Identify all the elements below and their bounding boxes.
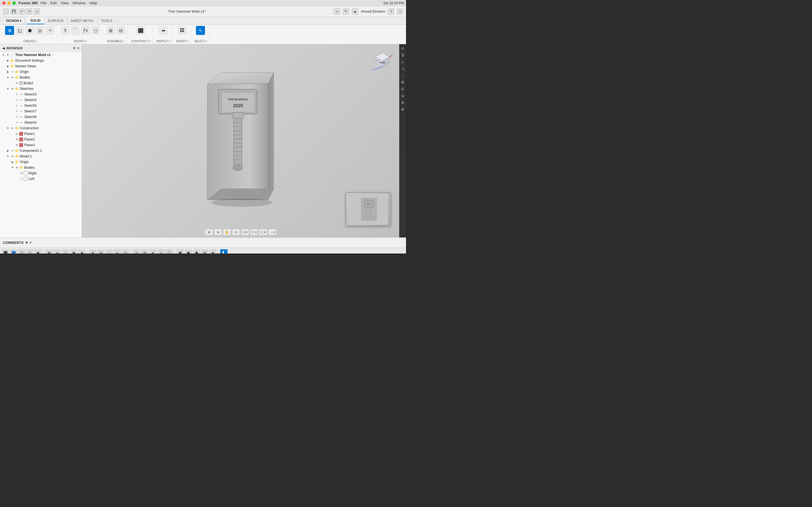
right-icon-3[interactable]: ▷ <box>400 59 406 65</box>
tree-item-plane1[interactable]: 👁 Plane1 <box>0 131 82 136</box>
menu-file[interactable]: File <box>41 1 47 5</box>
right-icon-5[interactable]: ↑ <box>400 72 406 78</box>
construct-label[interactable]: CONSTRUCT ▾ <box>131 40 151 43</box>
tree-item-sketch6[interactable]: 👁 ✏ Sketch6 <box>0 103 82 108</box>
tree-eye-sketch9[interactable]: 👁 <box>15 120 19 125</box>
tree-eye-left[interactable]: 👁 <box>19 177 24 181</box>
bottom-icon-16[interactable]: ◎ <box>133 249 140 254</box>
bottom-icon-14[interactable]: ▲ <box>114 249 121 254</box>
tab-sheet-metal[interactable]: SHEET METAL <box>67 18 98 24</box>
tree-item-construction[interactable]: ▼ 👁 📁 Construction <box>0 125 82 131</box>
right-icon-6[interactable]: ⊞ <box>400 79 406 86</box>
tab-solid[interactable]: SOLID <box>27 17 44 24</box>
joint-icon[interactable]: ⊞ <box>106 26 115 35</box>
bottom-icon-18[interactable]: ✦ <box>149 249 156 254</box>
modify-label[interactable]: MODIFY ▾ <box>74 40 87 43</box>
select-label[interactable]: SELECT ▾ <box>194 40 207 43</box>
tree-eye-sketch6[interactable]: 👁 <box>15 103 19 108</box>
tree-eye-sketch4[interactable]: 👁 <box>15 98 19 102</box>
bottom-icon-4[interactable]: ◻ <box>26 249 34 254</box>
bottom-icon-3[interactable]: ◱ <box>18 249 26 254</box>
bottom-icon-active[interactable]: ▌ <box>220 249 227 254</box>
browser-settings-icon[interactable]: ⚙ <box>73 46 76 50</box>
minimize-dot[interactable] <box>7 1 11 5</box>
bottom-icon-1[interactable]: ⬛ <box>2 249 9 254</box>
tree-eye-sketch8[interactable]: 👁 <box>15 115 19 119</box>
close-dot[interactable] <box>2 1 6 5</box>
zoom-fit-icon[interactable]: ⊙ <box>232 229 240 235</box>
bottom-icon-11[interactable]: ⊕ <box>89 249 96 254</box>
tree-item-right[interactable]: 👁 Right <box>0 170 82 176</box>
right-icon-1[interactable]: ⊙ <box>400 45 406 52</box>
bottom-icon-20[interactable]: ⬡ <box>165 249 173 254</box>
tree-eye-model-bodies[interactable]: 👁 <box>15 165 19 170</box>
snap-icon[interactable]: ⊕ <box>214 229 222 235</box>
tree-eye-right[interactable]: 👁 <box>19 171 24 175</box>
undo-button[interactable]: ↩ <box>18 8 25 15</box>
right-icon-8[interactable]: ◎ <box>400 93 406 99</box>
sweep-icon[interactable]: ≈ <box>46 26 55 35</box>
fx-icon[interactable]: ƒx <box>81 26 90 35</box>
bottom-icon-9[interactable]: ▣ <box>70 249 77 254</box>
tree-item-left[interactable]: 👁 Left <box>0 176 82 182</box>
tree-eye-bodies[interactable]: 👁 <box>10 75 15 80</box>
tree-item-model-bodies[interactable]: ▼ 👁 📁 Bodies <box>0 165 82 170</box>
close-tab-button[interactable]: × <box>397 8 403 15</box>
bottom-icon-24[interactable]: ⊠ <box>201 249 208 254</box>
tree-item-bodies[interactable]: ▼ 👁 📁 Bodies <box>0 75 82 80</box>
right-icon-10[interactable]: ⊕ <box>400 106 406 112</box>
tree-item-sketch8[interactable]: 👁 ✏ Sketch8 <box>0 114 82 120</box>
comments-section[interactable]: COMMENTS ⚙ ▾ <box>3 241 31 245</box>
more-icon[interactable]: … ▾ <box>268 229 276 235</box>
bottom-icon-21[interactable]: ⬟ <box>176 249 184 254</box>
bottom-icon-12[interactable]: ⊗ <box>97 249 105 254</box>
display-mode-icon[interactable]: ⬡ ▾ <box>250 229 258 235</box>
press-pull-icon[interactable]: ⇑ <box>61 26 70 35</box>
tree-item-plane3[interactable]: 👁 Plane3 <box>0 142 82 148</box>
create-form-icon[interactable]: ◱ <box>15 26 24 35</box>
extrude-icon[interactable]: ⬟ <box>26 26 35 35</box>
bottom-icon-13[interactable]: △ <box>105 249 113 254</box>
view-cube[interactable]: FRONT Z X <box>371 50 394 72</box>
tree-eye-plane3[interactable]: 👁 <box>15 143 19 147</box>
zoom-pct-icon[interactable]: ⊙ ▾ <box>241 229 249 235</box>
tree-eye-construction[interactable]: 👁 <box>10 126 15 130</box>
tree-item-sketch7[interactable]: 👁 ✏ Sketch7 <box>0 108 82 114</box>
as-built-icon[interactable]: ⊟ <box>116 26 125 35</box>
tree-item-sketches[interactable]: ▼ 👁 📁 Sketches <box>0 86 82 92</box>
tree-eye-root[interactable]: 👁 <box>6 53 10 57</box>
menu-view[interactable]: View <box>61 1 68 5</box>
menu-window[interactable]: Window <box>72 1 86 5</box>
tree-item-model1[interactable]: ▼ 👁 📁 Model:1 <box>0 154 82 159</box>
fillet-icon[interactable]: ⌒ <box>71 26 80 35</box>
tree-item-component1[interactable]: ▶ 👁 📁 Component1:1 <box>0 148 82 154</box>
maximize-dot[interactable] <box>12 1 16 5</box>
tree-eye-component1[interactable]: 👁 <box>10 149 15 153</box>
comments-expand-icon[interactable]: ⚙ <box>26 241 28 244</box>
right-icon-2[interactable]: ☰ <box>400 52 406 58</box>
tree-eye-sketches[interactable]: 👁 <box>10 87 15 91</box>
help-button[interactable]: ? <box>388 8 394 15</box>
tree-item-sketch4[interactable]: 👁 ✏ Sketch4 <box>0 97 82 103</box>
viewport[interactable]: Fab Academy 2020 <box>82 44 399 237</box>
tree-eye-body2[interactable]: 👁 <box>15 81 19 86</box>
tree-eye-sketch3[interactable]: 👁 <box>15 92 19 97</box>
create-label[interactable]: CREATE ▾ <box>23 40 36 43</box>
bottom-icon-25[interactable]: ◉ <box>209 249 216 254</box>
bottom-icon-6[interactable]: ▦ <box>45 249 53 254</box>
right-icon-4[interactable]: ◁ <box>400 66 406 72</box>
bottom-icon-22[interactable]: ⬢ <box>185 249 192 254</box>
tab-surface[interactable]: SURFACE <box>44 18 67 24</box>
tree-item-root[interactable]: ▼ 👁 📄 Thor Hammer Mold v1 ✓ <box>0 52 82 58</box>
tree-item-sketch9[interactable]: 👁 ✏ Sketch9 <box>0 120 82 125</box>
select-icon[interactable]: ↖ <box>196 26 205 35</box>
insert-label[interactable]: INSERT ▾ <box>176 40 188 43</box>
new-button[interactable]: ⬜ <box>3 8 9 15</box>
tree-item-sketch3[interactable]: 👁 ✏ Sketch3 <box>0 92 82 97</box>
new-component-icon[interactable]: ⊕ <box>5 26 14 35</box>
history-button[interactable]: ↻ <box>343 8 349 15</box>
tree-eye-plane1[interactable]: 👁 <box>15 131 19 136</box>
tree-eye-origin[interactable]: 👁 <box>10 69 15 74</box>
tree-eye-model1[interactable]: 👁 <box>10 154 15 159</box>
menu-help[interactable]: Help <box>89 1 97 5</box>
